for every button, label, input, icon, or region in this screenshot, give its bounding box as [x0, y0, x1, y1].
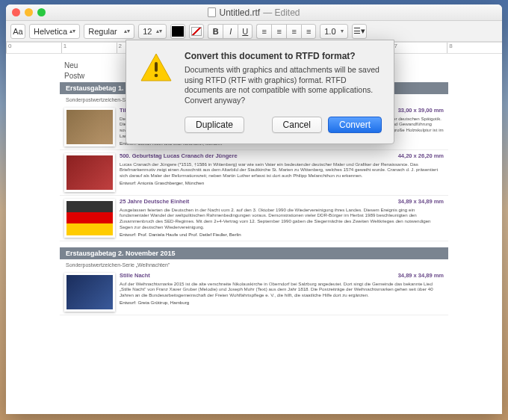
svg-point-2	[155, 74, 158, 78]
font-size-value: 12	[143, 27, 152, 36]
maximize-window-button[interactable]	[37, 8, 46, 16]
chevron-updown-icon: ▴▾	[156, 29, 162, 33]
chevron-updown-icon: ▴▾	[69, 29, 75, 33]
convert-rtfd-dialog: Convert this document to RTFD format? Do…	[126, 40, 394, 144]
entry-dimensions: 34,89 x 34,89 mm	[398, 199, 444, 206]
warning-icon	[138, 51, 174, 87]
line-spacing-select[interactable]: 1.0 ▾	[320, 24, 348, 39]
align-justify-button[interactable]: ≡	[301, 24, 316, 39]
stamp-thumbnail	[64, 273, 115, 312]
convert-button[interactable]: Convert	[328, 117, 382, 133]
minimize-window-button[interactable]	[25, 8, 33, 16]
font-family-value: Helvetica	[34, 27, 67, 36]
entry-dimensions: 33,00 x 39,00 mm	[398, 108, 444, 114]
entry-design-credit: Entwurf: Antonia Graschberger, München	[120, 180, 444, 185]
text-color-button[interactable]	[170, 24, 185, 39]
app-window: Untitled.rtf — Edited Aa Helvetica ▴▾ Re…	[6, 4, 502, 414]
document-icon	[208, 7, 216, 17]
align-group: ≡ ≡ ≡ ≡	[256, 24, 316, 39]
entry-design-credit: Entwurf: Prof. Daniela Haufe und Prof. D…	[120, 232, 444, 237]
stamp-thumbnail	[64, 199, 115, 238]
entry-title: Stille Nacht	[120, 273, 150, 280]
entry-title: 500. Geburtstag Lucas Cranach der Jünger…	[120, 153, 238, 160]
font-size-select[interactable]: 12 ▴▾	[138, 24, 167, 39]
font-family-select[interactable]: Helvetica ▴▾	[29, 24, 80, 39]
format-toolbar: Aa Helvetica ▴▾ Regular ▴▾ 12 ▴▾ B I U ≡…	[6, 21, 502, 42]
stamp-entry: Stille Nacht 34,89 x 34,89 mm Auf der We…	[60, 270, 448, 315]
chevron-updown-icon: ▴▾	[124, 29, 130, 33]
document-title: Untitled.rtf	[219, 7, 260, 18]
titlebar: Untitled.rtf — Edited	[6, 4, 502, 21]
stamp-thumbnail	[64, 153, 115, 192]
stamp-thumbnail	[64, 108, 115, 146]
italic-button[interactable]: I	[223, 24, 238, 39]
styles-button[interactable]: Aa	[10, 24, 25, 39]
underline-button[interactable]: U	[238, 24, 253, 39]
stamp-entry: 500. Geburtstag Lucas Cranach der Jünger…	[60, 150, 448, 196]
series-label: Sonderpostwertzeichen-Serie „Weihnachten…	[60, 260, 448, 270]
font-style-value: Regular	[88, 27, 117, 36]
entry-title: 25 Jahre Deutsche Einheit	[120, 199, 189, 206]
duplicate-button[interactable]: Duplicate	[185, 117, 244, 133]
close-window-button[interactable]	[12, 8, 20, 16]
chevron-updown-icon: ▾	[341, 29, 344, 33]
dialog-body: Convert this document to RTFD format? Do…	[185, 51, 382, 133]
align-left-button[interactable]: ≡	[256, 24, 271, 39]
line-spacing-value: 1.0	[324, 27, 335, 36]
dialog-buttons: Duplicate Cancel Convert	[185, 117, 382, 133]
entry-description: Ausgelassen feierten die Deutschen in de…	[120, 207, 444, 230]
align-right-button[interactable]: ≡	[286, 24, 301, 39]
svg-rect-1	[155, 62, 158, 72]
align-center-button[interactable]: ≡	[271, 24, 286, 39]
color-swatch-icon	[172, 26, 184, 37]
no-color-icon	[191, 27, 202, 36]
entry-description: Lucas Cranach der Jüngere (*1515, †1586 …	[120, 161, 444, 179]
traffic-lights	[12, 8, 46, 16]
section-header: Erstausgabetag 2. November 2015	[60, 247, 448, 259]
cancel-button[interactable]: Cancel	[272, 117, 322, 133]
stamp-entry: 25 Jahre Deutsche Einheit 34,89 x 34,89 …	[60, 196, 448, 241]
title-center: Untitled.rtf — Edited	[6, 7, 502, 18]
dialog-message: Documents with graphics and attachments …	[185, 65, 382, 106]
font-style-select[interactable]: Regular ▴▾	[84, 24, 134, 39]
text-style-group: B I U	[208, 24, 253, 39]
entry-design-credit: Entwurf: Greta Gröttrup, Hamburg	[120, 300, 444, 305]
dialog-title: Convert this document to RTFD format?	[185, 51, 382, 61]
bold-button[interactable]: B	[208, 24, 223, 39]
entry-dimensions: 44,20 x 26,20 mm	[398, 153, 444, 160]
entry-dimensions: 34,89 x 34,89 mm	[398, 273, 444, 280]
entry-description: Auf der Weihnachtsmarke 2015 ist die alt…	[120, 281, 444, 298]
list-style-button[interactable]: ☰▾	[352, 24, 367, 39]
highlight-color-button[interactable]	[189, 24, 204, 39]
edited-label: — Edited	[263, 7, 300, 18]
